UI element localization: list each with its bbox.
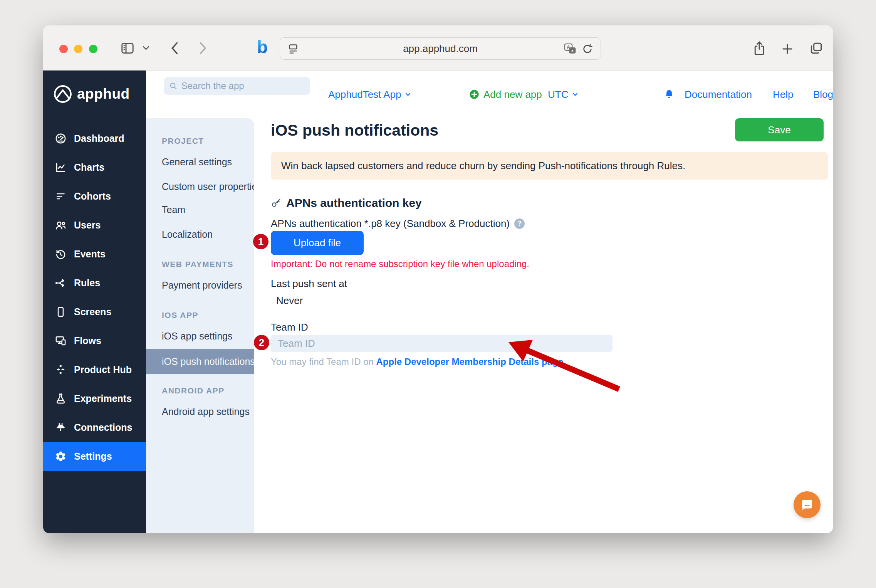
sidebar-item-flows[interactable]: Flows [43, 326, 146, 355]
sidebar-item-users[interactable]: Users [43, 211, 146, 240]
translate-icon[interactable]: A x [564, 43, 577, 57]
sidebar-item-label: Product Hub [74, 364, 132, 375]
tab-overview-icon[interactable] [809, 41, 824, 55]
chat-bubble-icon [800, 497, 814, 512]
bing-logo: b [257, 38, 268, 56]
charts-icon [55, 161, 67, 173]
sidebar-item-rules[interactable]: Rules [43, 269, 146, 297]
timezone-selector[interactable]: UTC [548, 71, 578, 118]
sidebar-item-connections[interactable]: Connections [43, 413, 146, 442]
sidebar-item-settings[interactable]: Settings [43, 442, 146, 471]
notifications-bell[interactable] [663, 71, 675, 118]
save-button[interactable]: Save [735, 118, 824, 141]
chevron-down-icon[interactable] [143, 45, 149, 51]
sidebar-item-charts[interactable]: Charts [43, 153, 146, 182]
plus-circle-icon [469, 89, 480, 100]
main-content: iOS push notifications Save Win back lap… [254, 118, 833, 533]
add-new-app-button[interactable]: Add new app [469, 71, 542, 118]
sidebar-item-label: Users [74, 220, 101, 231]
help-tooltip-icon[interactable]: ? [514, 218, 525, 229]
documentation-link[interactable]: Documentation [685, 71, 752, 118]
settings-item-payment-providers[interactable]: Payment providers [162, 280, 242, 291]
bell-icon [663, 88, 675, 101]
connections-icon [55, 422, 67, 433]
help-label: Help [773, 89, 793, 101]
apphud-logo-text: apphud [77, 86, 130, 102]
settings-nav: PROJECT General settings Custom user pro… [146, 118, 254, 533]
svg-text:x: x [571, 48, 574, 53]
browser-window: b app.apphud.com A x [43, 25, 833, 533]
app-selector-label: ApphudTest App [328, 89, 401, 101]
app-search[interactable] [164, 77, 310, 95]
sidebar-item-dashboard[interactable]: Dashboard [43, 124, 146, 153]
blog-link[interactable]: Blog [813, 71, 833, 118]
documentation-label: Documentation [685, 89, 752, 101]
settings-item-team[interactable]: Team [162, 204, 185, 215]
sidebar-item-experiments[interactable]: Experiments [43, 384, 146, 413]
settings-section-ios-app: IOS APP [162, 311, 198, 320]
settings-section-project: PROJECT [162, 136, 204, 146]
settings-section-web-payments: WEB PAYMENTS [162, 260, 233, 269]
url-text[interactable]: app.apphud.com [280, 43, 601, 55]
annotation-step-2: 2 [254, 335, 269, 350]
p8-key-label-text: APNs authentication *.p8 key (Sandbox & … [271, 218, 510, 230]
sidebar-item-label: Cohorts [74, 191, 111, 202]
timezone-label: UTC [548, 89, 568, 101]
sidebar-toggle-icon[interactable] [120, 41, 135, 55]
users-icon [55, 219, 67, 231]
upload-warning-text: Important: Do not rename subscription ke… [271, 259, 529, 269]
sidebar-item-screens[interactable]: Screens [43, 297, 146, 326]
add-new-app-label: Add new app [483, 89, 542, 101]
key-icon [271, 198, 282, 208]
cohorts-icon [55, 190, 67, 202]
browser-toolbar: b app.apphud.com A x [43, 25, 833, 71]
sidebar-item-label: Rules [74, 277, 100, 289]
settings-item-ios-push-notifications[interactable]: iOS push notifications [146, 349, 254, 374]
chat-launcher[interactable] [794, 491, 821, 518]
info-banner-text: Win back lapsed customers and reduce chu… [281, 160, 685, 172]
apns-section-heading: APNs authentication key [271, 197, 422, 210]
product-hub-icon [55, 364, 67, 376]
sidebar-item-product-hub[interactable]: Product Hub [43, 355, 146, 384]
settings-item-android-app-settings[interactable]: Android app settings [162, 406, 250, 417]
new-tab-icon[interactable] [781, 42, 794, 55]
app-header: ApphudTest App Add new app UTC [146, 71, 833, 118]
apphud-logo[interactable]: apphud [53, 84, 130, 104]
blog-label: Blog [813, 89, 833, 101]
search-icon [169, 81, 178, 91]
url-bar[interactable]: app.apphud.com A x [280, 37, 601, 60]
team-id-label: Team ID [271, 321, 308, 333]
chevron-down-icon [572, 91, 578, 97]
zoom-window-button[interactable] [89, 45, 97, 53]
flows-icon [55, 335, 67, 347]
close-window-button[interactable] [59, 45, 68, 53]
sidebar-item-label: Settings [74, 451, 112, 462]
annotation-arrow [501, 331, 628, 397]
back-button[interactable] [168, 41, 181, 55]
settings-item-general-settings[interactable]: General settings [162, 156, 232, 168]
app-selector[interactable]: ApphudTest App [328, 71, 411, 118]
settings-item-custom-user-properties[interactable]: Custom user properties [162, 181, 262, 192]
annotation-step-1: 1 [253, 234, 269, 249]
sidebar-item-label: Experiments [74, 393, 132, 404]
apns-heading-text: APNs authentication key [286, 197, 422, 210]
last-push-value: Never [276, 295, 303, 307]
last-push-label: Last push sent at [271, 278, 347, 290]
minimize-window-button[interactable] [74, 45, 82, 53]
primary-sidebar: apphud Dashboard Charts [43, 71, 146, 533]
share-icon[interactable] [752, 41, 767, 56]
rules-icon [55, 277, 67, 289]
dashboard-icon [55, 133, 67, 144]
settings-item-ios-app-settings[interactable]: iOS app settings [162, 331, 232, 342]
desktop: b app.apphud.com A x [0, 0, 876, 588]
p8-key-label: APNs authentication *.p8 key (Sandbox & … [271, 218, 525, 230]
settings-item-localization[interactable]: Localization [162, 229, 213, 240]
upload-file-button[interactable]: Upload file [271, 231, 364, 255]
sidebar-item-events[interactable]: Events [43, 240, 146, 269]
sidebar-item-label: Connections [74, 422, 132, 433]
search-input[interactable] [181, 81, 305, 91]
reload-icon[interactable] [581, 43, 594, 57]
sidebar-item-cohorts[interactable]: Cohorts [43, 182, 146, 211]
help-link[interactable]: Help [773, 71, 793, 118]
forward-button[interactable] [196, 41, 209, 55]
